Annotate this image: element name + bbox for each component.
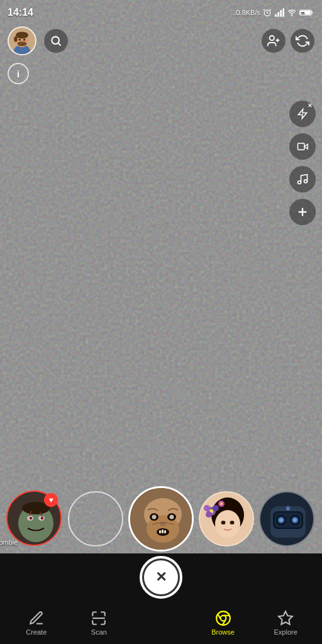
svg-line-20 <box>58 43 61 46</box>
svg-marker-26 <box>304 144 308 149</box>
flash-off-indicator: ✕ <box>308 103 313 109</box>
info-button[interactable]: i <box>8 63 29 84</box>
zombie-filter-label: Zombie <box>0 538 35 546</box>
svg-point-46 <box>170 515 174 519</box>
flash-icon <box>297 107 308 121</box>
creepy-filter-preview <box>130 488 194 552</box>
filter-item-creepy[interactable] <box>128 486 194 552</box>
svg-point-27 <box>298 181 301 184</box>
battery-icon: 95 <box>299 8 314 17</box>
plus-icon <box>296 205 309 219</box>
info-icon: i <box>17 69 19 79</box>
top-right-controls <box>262 29 314 53</box>
tab-scan[interactable]: Scan <box>77 610 121 636</box>
filter-item-girl[interactable] <box>199 491 254 547</box>
girl-filter-preview <box>200 492 254 547</box>
capture-inner: ✕ <box>144 560 178 594</box>
status-bar: 14:14 ...0.8KB/s 95 <box>0 0 322 25</box>
add-friend-icon <box>267 34 280 48</box>
video-icon <box>296 141 309 152</box>
svg-point-19 <box>52 36 59 44</box>
svg-rect-25 <box>298 143 305 150</box>
nav-tabs: Create Scan Browse Explore <box>0 601 322 644</box>
svg-point-16 <box>19 39 21 41</box>
svg-point-36 <box>30 517 32 519</box>
tab-create[interactable]: Create <box>14 610 58 636</box>
svg-text:95: 95 <box>301 11 305 15</box>
filter-item-robot[interactable]: B <box>259 491 314 547</box>
browse-icon <box>215 610 231 626</box>
flash-button[interactable]: ✕ <box>289 101 316 127</box>
svg-point-62 <box>221 521 226 525</box>
tab-explore[interactable]: Explore <box>264 610 308 636</box>
svg-marker-82 <box>279 611 292 625</box>
svg-point-58 <box>213 505 219 511</box>
scan-icon <box>91 610 107 626</box>
camera-viewfinder <box>0 0 322 553</box>
svg-point-72 <box>280 519 282 521</box>
svg-point-45 <box>152 515 157 519</box>
status-time: 14:14 <box>8 7 33 18</box>
status-right: ...0.8KB/s 95 <box>230 8 314 17</box>
capture-button[interactable]: ✕ <box>140 556 182 599</box>
svg-rect-1 <box>275 14 277 17</box>
video-button[interactable] <box>289 133 316 160</box>
svg-point-54 <box>215 510 240 538</box>
svg-point-17 <box>23 39 25 41</box>
tab-browse[interactable]: Browse <box>201 610 245 636</box>
svg-point-37 <box>41 517 43 519</box>
create-icon <box>28 610 45 626</box>
add-friend-button[interactable] <box>262 29 286 53</box>
svg-rect-51 <box>164 530 166 533</box>
svg-point-18 <box>21 41 23 43</box>
bottom-bar: ✕ Create Scan Browse <box>0 553 322 644</box>
music-icon <box>296 172 309 186</box>
svg-point-28 <box>304 180 308 183</box>
svg-point-5 <box>291 15 292 16</box>
svg-marker-24 <box>298 109 307 119</box>
filter-item-zombie[interactable]: ♥ Zombie <box>6 491 63 547</box>
svg-rect-3 <box>280 10 282 17</box>
svg-point-14 <box>14 36 17 42</box>
capture-row: ✕ <box>0 553 322 601</box>
explore-icon <box>277 610 294 626</box>
robot-filter-preview: B <box>260 492 314 547</box>
filter-favorite-badge: ♥ <box>44 493 58 507</box>
close-icon: ✕ <box>155 570 167 584</box>
top-controls <box>0 26 322 55</box>
svg-point-61 <box>220 502 223 505</box>
wifi-icon <box>287 8 297 17</box>
search-button[interactable] <box>44 29 68 53</box>
svg-rect-49 <box>159 530 161 533</box>
tab-browse-label: Browse <box>211 628 235 636</box>
svg-rect-50 <box>162 530 164 533</box>
filter-carousel: ♥ Zombie <box>0 484 322 553</box>
tab-create-label: Create <box>26 628 47 636</box>
svg-point-57 <box>204 505 210 511</box>
network-speed: ...0.8KB/s <box>230 9 260 16</box>
svg-point-73 <box>294 519 296 521</box>
alarm-icon <box>263 8 272 17</box>
svg-point-63 <box>230 521 235 525</box>
search-icon <box>50 35 62 47</box>
avatar-illustration <box>9 26 35 55</box>
right-controls: ✕ <box>289 101 316 225</box>
tab-scan-label: Scan <box>91 628 107 636</box>
filter-item-empty[interactable] <box>68 491 123 547</box>
avatar-button[interactable] <box>8 26 36 55</box>
svg-text:B: B <box>287 507 289 511</box>
svg-point-59 <box>206 511 212 518</box>
signal-icon <box>274 8 284 17</box>
more-button[interactable] <box>289 199 316 225</box>
svg-point-21 <box>270 36 274 40</box>
svg-rect-4 <box>282 8 284 16</box>
svg-rect-2 <box>277 12 279 16</box>
flip-camera-button[interactable] <box>291 29 314 53</box>
top-left-controls <box>8 26 68 55</box>
svg-point-13 <box>16 31 28 38</box>
tab-explore-label: Explore <box>274 628 297 636</box>
svg-point-47 <box>160 521 166 526</box>
music-button[interactable] <box>289 166 316 192</box>
flip-camera-icon <box>296 34 309 48</box>
